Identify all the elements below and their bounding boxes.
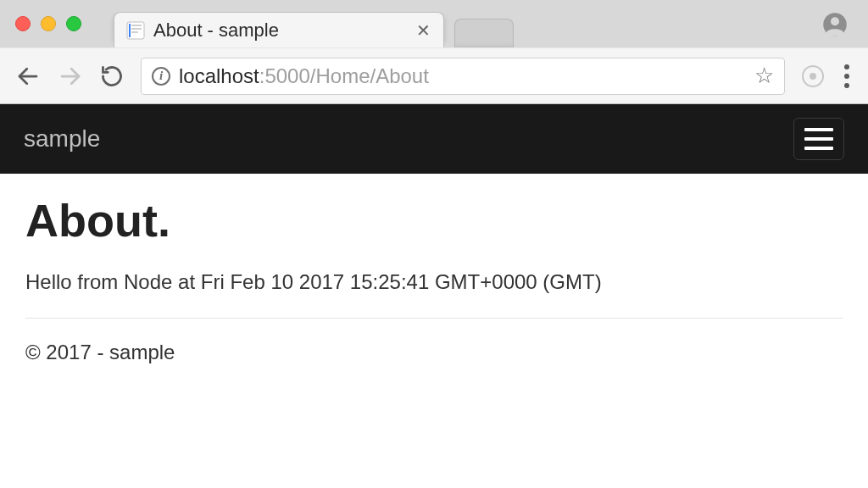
window-maximize-button[interactable] — [66, 16, 81, 31]
svg-rect-4 — [131, 31, 138, 33]
page-content: About. Hello from Node at Fri Feb 10 201… — [0, 174, 868, 380]
address-bar[interactable]: i localhost:5000/Home/About ☆ — [141, 58, 785, 95]
page-footer: © 2017 - sample — [25, 341, 843, 364]
divider — [25, 318, 843, 319]
svg-rect-2 — [131, 25, 142, 26]
svg-rect-1 — [129, 24, 131, 37]
bookmark-star-icon[interactable]: ☆ — [754, 63, 774, 89]
cast-icon[interactable] — [802, 65, 824, 87]
site-info-icon[interactable]: i — [152, 67, 170, 86]
reload-button[interactable] — [100, 64, 124, 88]
window-close-button[interactable] — [15, 16, 31, 31]
window-minimize-button[interactable] — [41, 16, 56, 31]
browser-chrome: About - sample ✕ — [0, 0, 868, 104]
new-tab-button[interactable] — [454, 19, 514, 47]
url-path: :5000/Home/About — [259, 64, 429, 87]
browser-toolbar: i localhost:5000/Home/About ☆ — [0, 47, 868, 103]
url-host: localhost — [179, 64, 259, 87]
back-button[interactable] — [15, 64, 41, 89]
tab-strip: About - sample ✕ — [114, 0, 514, 47]
tab-close-button[interactable]: ✕ — [415, 20, 431, 41]
forward-button[interactable] — [58, 64, 83, 89]
page-favicon-icon — [126, 21, 145, 40]
page-message: Hello from Node at Fri Feb 10 2017 15:25… — [25, 270, 843, 294]
hamburger-icon — [804, 128, 833, 131]
profile-avatar-icon[interactable] — [822, 12, 848, 41]
browser-tab[interactable]: About - sample ✕ — [114, 12, 444, 47]
page-heading: About. — [25, 194, 843, 247]
url-text: localhost:5000/Home/About — [179, 64, 746, 88]
svg-point-6 — [831, 17, 839, 25]
navbar-toggle-button[interactable] — [793, 118, 844, 160]
site-navbar: sample — [0, 104, 868, 174]
browser-menu-button[interactable] — [841, 61, 853, 92]
title-bar: About - sample ✕ — [0, 0, 868, 47]
svg-rect-3 — [131, 28, 142, 30]
window-controls — [15, 16, 81, 31]
site-brand[interactable]: sample — [24, 125, 100, 152]
tab-title: About - sample — [153, 19, 406, 42]
